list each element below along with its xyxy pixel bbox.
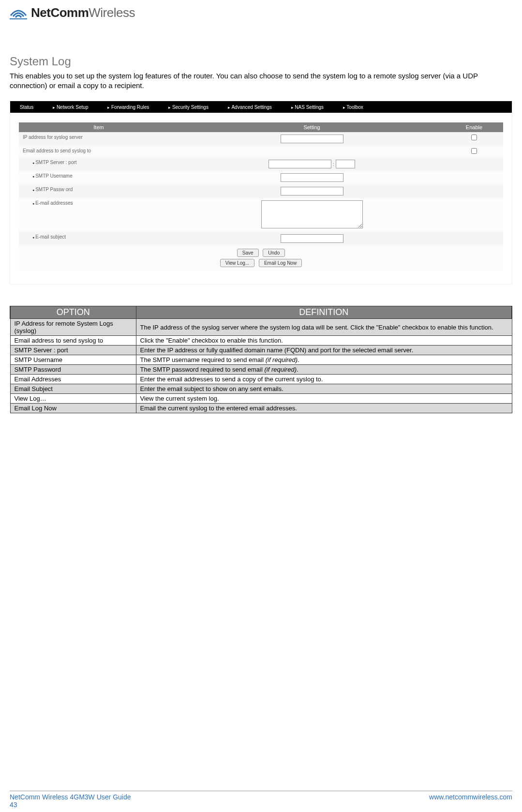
col-header-enable: Enable [445,122,503,132]
page-title: System Log [10,55,512,68]
def-def: The IP address of the syslog server wher… [136,319,512,336]
table-row: IP Address for remote System Logs (syslo… [10,319,512,336]
def-def: Enter the email subject to show on any s… [136,384,512,394]
def-def: Enter the email addresses to send a copy… [136,375,512,384]
row-emailto-label: Email address to send syslog to [19,146,179,157]
table-row: SMTP Username The SMTP username required… [10,355,512,365]
col-header-item: Item [19,122,179,132]
table-row: Email Log Now Email the current syslog t… [10,404,512,413]
save-button[interactable]: Save [237,249,259,257]
def-opt: Email Log Now [10,404,136,413]
def-opt: View Log… [10,394,136,404]
def-opt: Email Subject [10,384,136,394]
config-table: Item Setting Enable IP address for syslo… [19,122,503,271]
def-opt: SMTP Username [10,355,136,365]
def-opt: Email address to send syslog to [10,336,136,346]
page-number: 43 [10,801,512,809]
email-enable-checkbox[interactable] [471,148,477,154]
email-log-now-button[interactable]: Email Log Now [259,259,302,267]
def-def: Enter the IP address or fully qualified … [136,346,512,355]
smtp-port-input[interactable] [336,160,355,168]
ip-address-input[interactable] [281,135,343,143]
smtp-password-input[interactable] [281,187,343,195]
nav-forwarding-rules[interactable]: Forwarding Rules [98,105,159,110]
row-email-addrs-label: E-mail addresses [32,200,73,206]
def-opt: Email Addresses [10,375,136,384]
nav-advanced-settings[interactable]: Advanced Settings [218,105,282,110]
def-opt: SMTP Password [10,365,136,375]
table-row: SMTP Server : port Enter the IP address … [10,346,512,355]
def-opt: IP Address for remote System Logs (syslo… [10,319,136,336]
smtp-server-input[interactable] [268,160,331,168]
def-def: The SMTP username required to send email… [136,355,512,365]
table-row: View Log… View the current system log. [10,394,512,404]
button-row: Save Undo View Log... Email Log Now [19,245,503,271]
def-def: Email the current syslog to the entered … [136,404,512,413]
nav-status[interactable]: Status [10,105,43,110]
def-def: Click the "Enable" checkbox to enable th… [136,336,512,346]
definition-table: OPTION DEFINITION IP Address for remote … [10,306,512,413]
row-ip-label: IP address for syslog server [19,132,179,146]
logo-light: Wireless [89,5,135,20]
nav-toolbox[interactable]: Toolbox [333,105,373,110]
def-header-definition: DEFINITION [136,306,512,319]
def-def: The SMTP password required to send email… [136,365,512,375]
nav-nas-settings[interactable]: NAS Settings [282,105,333,110]
port-separator: : [333,162,334,167]
nav-security-settings[interactable]: Security Settings [159,105,218,110]
nav-network-setup[interactable]: Network Setup [43,105,98,110]
brand-logo: NetCommWireless [10,5,512,21]
footer-guide-title: NetComm Wireless 4GM3W User Guide [10,793,131,801]
router-config-panel: Status Network Setup Forwarding Rules Se… [10,101,512,285]
email-subject-input[interactable] [281,234,343,243]
row-email-subj-label: E-mail subject [32,234,66,240]
def-header-option: OPTION [10,306,136,319]
logo-bold: NetComm [31,5,89,20]
smtp-username-input[interactable] [281,173,343,182]
def-opt: SMTP Server : port [10,346,136,355]
row-smtp-pass-label: SMTP Passw ord [32,187,73,192]
def-def: View the current system log. [136,394,512,404]
email-addresses-textarea[interactable] [261,200,363,228]
ip-enable-checkbox[interactable] [471,135,477,140]
undo-button[interactable]: Undo [263,249,285,257]
col-header-setting: Setting [179,122,445,132]
row-smtp-user-label: SMTP Username [32,173,73,179]
table-row: Email Subject Enter the email subject to… [10,384,512,394]
table-row: Email address to send syslog to Click th… [10,336,512,346]
router-navbar: Status Network Setup Forwarding Rules Se… [10,101,512,113]
row-smtp-server-label: SMTP Server : port [32,160,77,165]
view-log-button[interactable]: View Log... [220,259,254,267]
logo-text: NetCommWireless [31,5,135,20]
wifi-arc-icon [10,5,27,21]
table-row: SMTP Password The SMTP password required… [10,365,512,375]
page-footer: NetComm Wireless 4GM3W User Guide www.ne… [10,791,512,801]
footer-url: www.netcommwireless.com [429,793,512,801]
intro-paragraph: This enables you to set up the system lo… [10,71,512,90]
table-row: Email Addresses Enter the email addresse… [10,375,512,384]
